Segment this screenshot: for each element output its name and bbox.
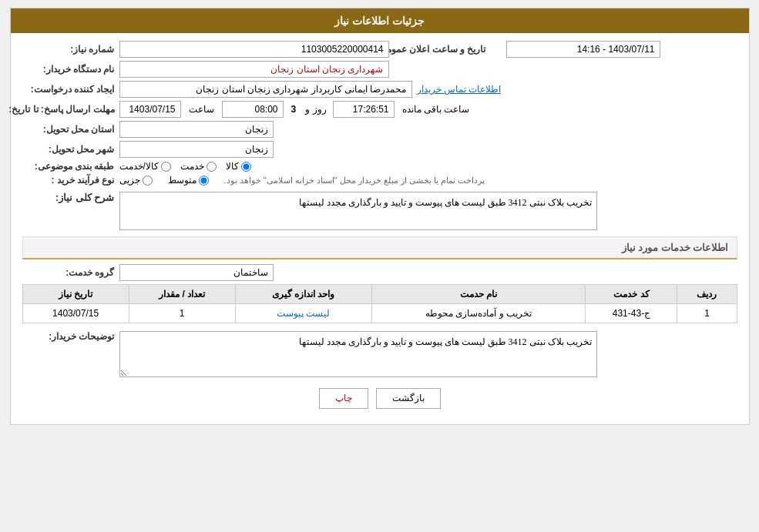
- delivery-province-row: استان محل تحویل: زنجان: [22, 121, 737, 138]
- cell-row-num: 1: [677, 304, 737, 323]
- purchase-type-group: جزیی متوسط پرداخت تمام یا بخشی از مبلغ خ…: [119, 175, 485, 186]
- need-description-row: شرح کلی نیاز:: [22, 192, 737, 230]
- announce-date-label: تاریخ و ساعت اعلان عمومی:: [394, 44, 486, 55]
- cell-unit: لیست پیوست: [235, 304, 371, 323]
- delivery-city-row: شهر محل تحویل: زنجان: [22, 141, 737, 158]
- col-quantity: تعداد / مقدار: [129, 285, 235, 304]
- purchase-note: پرداخت تمام یا بخشی از مبلغ خریدار محل "…: [224, 176, 485, 186]
- announce-date-value: 1403/07/11 - 14:16: [506, 41, 660, 58]
- col-need-date: تاریخ نیاز: [22, 285, 129, 304]
- cell-service-code: ج-43-431: [586, 304, 677, 323]
- purchase-medium-radio[interactable]: [199, 176, 209, 186]
- delivery-province-value: زنجان: [119, 121, 274, 138]
- col-service-name: نام حدمت: [371, 285, 586, 304]
- need-number-label: شماره نیاز:: [22, 44, 115, 55]
- category-service-radio[interactable]: [207, 162, 217, 172]
- response-deadline-row: مهلت ارسال پاسخ: تا تاریخ: 1403/07/15 سا…: [22, 101, 737, 118]
- remaining-days-value: 3: [291, 104, 297, 115]
- contact-link[interactable]: اطلاعات تماس خریدار: [417, 84, 502, 95]
- purchase-type-label: نوع فرآیند خرید :: [22, 175, 115, 186]
- response-date: 1403/07/15: [119, 101, 181, 118]
- col-unit: واحد اندازه گیری: [235, 285, 371, 304]
- category-goods-service-option[interactable]: کالا/خدمت: [119, 161, 171, 172]
- category-service-label: خدمت: [180, 161, 204, 172]
- buyer-org-label: نام دستگاه خریدار:: [22, 64, 115, 75]
- page-header: جزئیات اطلاعات نیاز: [11, 8, 749, 33]
- service-group-value: ساختمان: [119, 264, 274, 281]
- cell-quantity: 1: [129, 304, 235, 323]
- remaining-day-label: روز و: [305, 104, 326, 115]
- need-description-textarea[interactable]: [119, 192, 597, 230]
- back-button[interactable]: بازگشت: [376, 388, 441, 409]
- bottom-buttons: بازگشت چاپ: [22, 380, 737, 417]
- buyer-description-textarea[interactable]: [119, 331, 597, 377]
- content-area: شماره نیاز: 1103005220000414 تاریخ و ساع…: [11, 33, 749, 424]
- cell-need-date: 1403/07/15: [22, 304, 129, 323]
- cell-service-name: تخریب و آماده‌سازی محوطه: [371, 304, 586, 323]
- purchase-partial-label: جزیی: [119, 175, 140, 186]
- services-table: ردیف کد خدمت نام حدمت واحد اندازه گیری ت…: [22, 284, 737, 323]
- need-number-row: شماره نیاز: 1103005220000414 تاریخ و ساع…: [22, 41, 737, 58]
- category-radio-group: کالا/خدمت خدمت کالا: [119, 161, 251, 172]
- buyer-org-value: شهرداری زنجان استان زنجان: [119, 61, 389, 78]
- purchase-type-row: نوع فرآیند خرید : جزیی متوسط پرداخت تمام…: [22, 175, 737, 186]
- page-container: جزئیات اطلاعات نیاز شماره نیاز: 11030052…: [10, 8, 750, 425]
- creator-value: محمدرضا ایمانی کاربرداز شهرداری زنجان اس…: [119, 81, 412, 98]
- response-deadline-label: مهلت ارسال پاسخ: تا تاریخ:: [22, 104, 115, 115]
- category-goods-label: کالا: [226, 161, 239, 172]
- response-time: 08:00: [222, 101, 284, 118]
- category-goods-radio[interactable]: [241, 162, 251, 172]
- table-row: 1 ج-43-431 تخریب و آماده‌سازی محوطه لیست…: [22, 304, 737, 323]
- category-goods-option[interactable]: کالا: [226, 161, 251, 172]
- purchase-partial-radio[interactable]: [143, 176, 153, 186]
- remaining-time: 17:26:51: [333, 101, 395, 118]
- creator-row: ایجاد کننده درخواست: محمدرضا ایمانی کارب…: [22, 81, 737, 98]
- col-service-code: کد خدمت: [586, 285, 677, 304]
- category-goods-service-label: کالا/خدمت: [119, 161, 159, 172]
- category-goods-service-radio[interactable]: [161, 162, 171, 172]
- purchase-medium-option[interactable]: متوسط: [168, 175, 209, 186]
- delivery-city-label: شهر محل تحویل:: [22, 144, 115, 155]
- buyer-description-label: توضیحات خریدار:: [22, 331, 115, 342]
- col-row-num: ردیف: [677, 285, 737, 304]
- page-title: جزئیات اطلاعات نیاز: [334, 15, 425, 27]
- remaining-suffix: ساعت باقی مانده: [402, 104, 470, 115]
- delivery-city-value: زنجان: [119, 141, 274, 158]
- purchase-medium-label: متوسط: [168, 175, 196, 186]
- category-label: طبقه بندی موضوعی:: [22, 161, 115, 172]
- print-button[interactable]: چاپ: [319, 388, 368, 409]
- service-group-label: گروه خدمت:: [22, 267, 115, 278]
- category-row: طبقه بندی موضوعی: کالا/خدمت خدمت کالا: [22, 161, 737, 172]
- need-description-section-title: شرح کلی نیاز:: [22, 192, 115, 203]
- category-service-option[interactable]: خدمت: [180, 161, 217, 172]
- purchase-partial-option[interactable]: جزیی: [119, 175, 153, 186]
- buyer-description-row: توضیحات خریدار:: [22, 331, 737, 377]
- creator-label: ایجاد کننده درخواست:: [22, 84, 115, 95]
- services-section-title: اطلاعات خدمات مورد نیاز: [22, 236, 737, 259]
- response-time-label: ساعت: [189, 104, 214, 115]
- need-number-value: 1103005220000414: [119, 41, 389, 58]
- buyer-org-row: نام دستگاه خریدار: شهرداری زنجان استان ز…: [22, 61, 737, 78]
- delivery-province-label: استان محل تحویل:: [22, 124, 115, 135]
- service-group-row: گروه خدمت: ساختمان: [22, 264, 737, 281]
